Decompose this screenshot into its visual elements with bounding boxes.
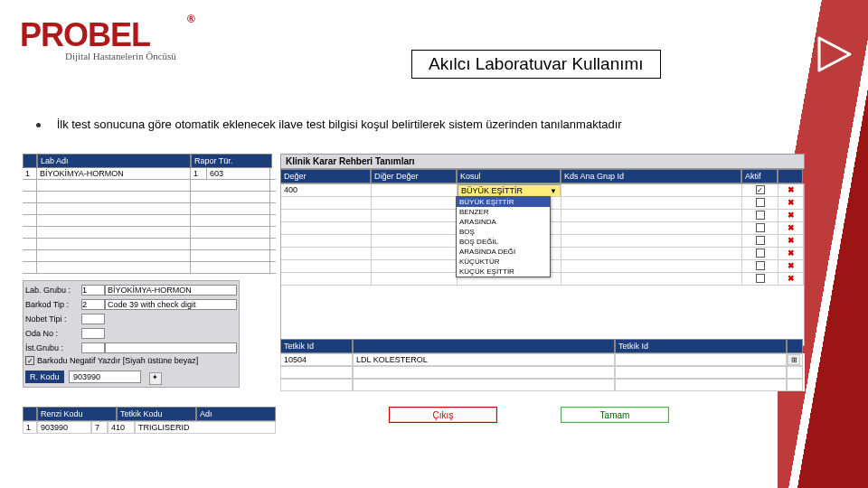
cikis-button[interactable]: Çıkış [389, 407, 497, 423]
table-row[interactable] [23, 180, 276, 192]
rules-table-header: Değer Diğer Değer Kosul Kds Ana Grup Id … [280, 169, 805, 183]
label-rkodu: R. Kodu [25, 371, 64, 383]
table-row[interactable] [23, 239, 276, 250]
cell-deger[interactable]: 400 [281, 184, 372, 197]
chevron-down-icon[interactable]: ▼ [550, 187, 557, 195]
dropdown-option[interactable]: BOŞ DEĞİL [457, 237, 550, 247]
tamam-button[interactable]: Tamam [561, 407, 669, 423]
table-row[interactable] [280, 366, 805, 379]
value-rkodu[interactable]: 903990 [69, 371, 141, 383]
rt1: 1 [191, 168, 207, 179]
delete-icon[interactable]: ✖ [778, 184, 804, 197]
label-lab-grubu: Lab. Grubu : [25, 286, 81, 295]
right-pane: Klinik Karar Rehberi Tanımları Değer Diğ… [280, 154, 805, 346]
button-bar: Çıkış Tamam [389, 407, 669, 423]
col-rapor-tur: Rapor Tür. [191, 154, 272, 168]
bullet-icon [36, 123, 41, 127]
app-window: Lab Adı Rapor Tür. 1 BİYOKİMYA-HORMON 1 … [23, 154, 809, 443]
table-row[interactable] [23, 203, 276, 215]
col-tetkik-id-1: Tetkik Id [280, 339, 353, 353]
dropdown-option[interactable]: KÜÇÜK EŞİTTİR [457, 267, 550, 277]
row-num: 1 [23, 168, 37, 179]
input-barkod-num[interactable] [81, 299, 105, 310]
checkbox-barkod-negatif[interactable]: ✓ [25, 356, 34, 365]
col-adi: Adı [196, 407, 276, 421]
input-oda[interactable] [81, 328, 105, 339]
col-aktif: Aktif [741, 169, 778, 183]
cell-kosul[interactable]: BÜYÜK EŞİTTİR ▼ [458, 184, 561, 197]
dropdown-option[interactable]: ARASINDA [457, 217, 550, 227]
cell-diger-deger[interactable] [372, 184, 458, 197]
tetkik-subtable: Renzi Kodu Tetkik Kodu Adı 1 903990 7 41… [23, 407, 276, 434]
wand-icon[interactable]: ✦ [149, 372, 162, 385]
bullet-text: İlk test sonucuna göre otomatik eklenece… [57, 117, 622, 131]
rules-table-body: 400 BÜYÜK EŞİTTİR ▼ ✖ ✖ ✖ ✖ ✖ ✖ ✖ ✖ [280, 183, 805, 346]
table-row[interactable] [280, 379, 805, 391]
page-title: Akılcı Laboratuvar Kullanımı [411, 50, 661, 79]
table-row[interactable] [23, 262, 276, 274]
label-ist-grubu: İst.Grubu : [25, 343, 81, 352]
brand-logo: PROBEL ® Dijital Hastanelerin Öncüsü [20, 16, 176, 61]
col-deger: Değer [280, 169, 371, 183]
panel-title: Klinik Karar Rehberi Tanımları [280, 154, 805, 169]
dropdown-option[interactable]: ARASINDA DEĞİ [457, 247, 550, 257]
input-ist-grubu-text[interactable] [105, 343, 237, 353]
lab-table-row[interactable]: 1 BİYOKİMYA-HORMON 1 603 [23, 168, 276, 180]
input-lab-grubu-num[interactable] [81, 285, 105, 296]
col-diger-deger: Diğer Değer [371, 169, 457, 183]
kosul-dropdown[interactable]: BÜYÜK EŞİTTİR BENZER ARASINDA BOŞ BOŞ DE… [456, 196, 551, 277]
table-row[interactable] [23, 227, 276, 239]
col-kds-ana-grup: Kds Ana Grup Id [561, 169, 741, 183]
cell-kds[interactable] [561, 184, 742, 197]
lab-table-header: Lab Adı Rapor Tür. [23, 154, 276, 168]
dropdown-option[interactable]: BENZER [457, 207, 550, 217]
col-tetkik-name [353, 339, 615, 353]
dropdown-option[interactable]: BÜYÜK EŞİTTİR [457, 197, 550, 207]
col-kosul: Kosul [457, 169, 561, 183]
brand-reg: ® [187, 13, 195, 25]
col-tetkik-id-2: Tetkik Id [615, 339, 787, 353]
label-oda: Oda No : [25, 329, 81, 338]
input-nobet[interactable] [81, 314, 105, 324]
col-renzi-kodu: Renzi Kodu [37, 407, 117, 421]
checkbox-label: Barkodu Negatif Yazdır [Siyah üstüne bey… [37, 356, 198, 365]
lab-detail-form: Lab. Grubu : Barkod Tip : Nobet Tipi : O… [23, 280, 240, 388]
input-barkod-text[interactable] [105, 299, 237, 310]
col-tetkik-kodu: Tetkik Kodu [117, 407, 196, 421]
label-nobet: Nobet Tipi : [25, 314, 81, 324]
tetkik-id: 10504 [280, 353, 353, 366]
dropdown-option[interactable]: KÜÇÜKTÜR [457, 257, 550, 267]
table-row[interactable] [23, 192, 276, 203]
description-bullet: İlk test sonucuna göre otomatik eklenece… [36, 117, 622, 131]
col-lab-adi: Lab Adı [37, 154, 191, 168]
left-pane: Lab Adı Rapor Tür. 1 BİYOKİMYA-HORMON 1 … [23, 154, 276, 274]
table-row[interactable]: 1 903990 7 410 TRIGLISERID [23, 421, 276, 434]
table-row[interactable] [23, 215, 276, 227]
dropdown-option[interactable]: BOŞ [457, 227, 550, 237]
table-row[interactable]: 10504 LDL KOLESTEROL ⊞ [280, 353, 805, 366]
cell-aktif[interactable] [742, 184, 778, 197]
label-barkod-tip: Barkod Tip : [25, 300, 81, 309]
brand-tagline: Dijital Hastanelerin Öncüsü [65, 51, 176, 61]
input-lab-grubu-text[interactable] [105, 285, 237, 296]
table-row[interactable] [23, 250, 276, 262]
lab-name: BİYOKİMYA-HORMON [37, 168, 191, 179]
tetkik-name: LDL KOLESTEROL [353, 353, 615, 366]
tetkik-panel: Tetkik Id Tetkik Id 10504 LDL KOLESTEROL… [280, 339, 805, 391]
input-ist-grubu[interactable] [81, 343, 105, 353]
lookup-icon[interactable]: ⊞ [788, 354, 800, 365]
rt2: 603 [207, 168, 270, 179]
play-icon [814, 34, 854, 74]
svg-marker-0 [819, 38, 850, 70]
table-row[interactable]: 400 BÜYÜK EŞİTTİR ▼ ✖ [281, 184, 804, 197]
brand-name: PROBEL [20, 16, 176, 54]
